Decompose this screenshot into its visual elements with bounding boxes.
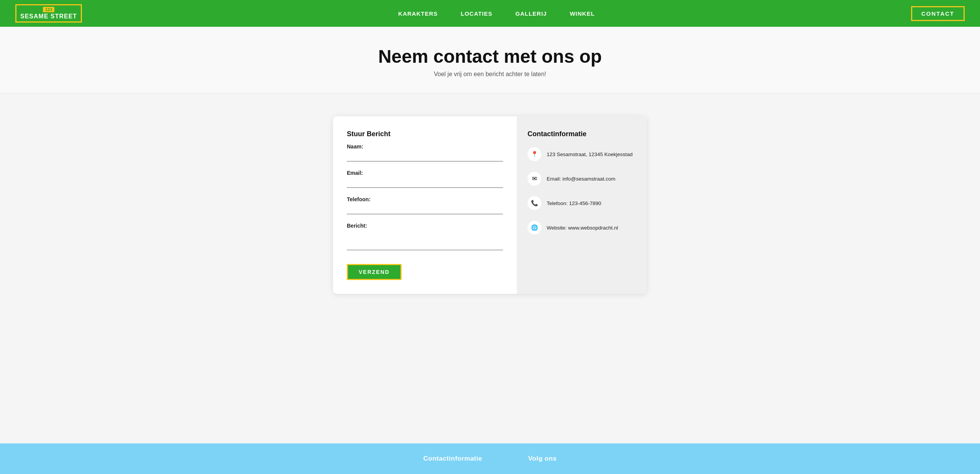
form-panel: Stuur Bericht Naam: Email: Telefoon: Ber… [333,116,517,294]
page-title: Neem contact met ons op [8,46,972,67]
main-content: Stuur Bericht Naam: Email: Telefoon: Ber… [0,93,980,443]
logo[interactable]: 123 SESAME STREET [15,4,82,23]
bericht-input[interactable] [347,231,503,250]
phone-item: 📞 Telefoon: 123-456-7890 [528,196,636,210]
naam-label: Naam: [347,143,503,150]
naam-group: Naam: [347,143,503,161]
info-heading: Contactinformatie [528,130,636,138]
email-item: ✉ Email: info@sesamstraat.com [528,172,636,186]
contact-card: Stuur Bericht Naam: Email: Telefoon: Ber… [333,116,647,294]
nav-gallerij[interactable]: GALLERIJ [515,10,547,17]
website-item: 🌐 Website: www.websopdracht.nl [528,221,636,235]
send-button[interactable]: VERZEND [347,264,402,280]
hero-section: Neem contact met ons op Voel je vrij om … [0,27,980,93]
info-panel: Contactinformatie 📍 123 Sesamstraat, 123… [517,116,647,294]
email-group: Email: [347,170,503,188]
website-text: Website: www.websopdracht.nl [547,225,618,231]
email-icon: ✉ [528,172,541,186]
phone-icon: 📞 [528,196,541,210]
phone-text: Telefoon: 123-456-7890 [547,200,601,206]
address-item: 📍 123 Sesamstraat, 12345 Koekjesstad [528,147,636,161]
main-nav: KARAKTERS LOCATIES GALLERIJ WINKEL [398,10,595,17]
telefoon-input[interactable] [347,205,503,214]
globe-icon: 🌐 [528,221,541,235]
email-label: Email: [347,170,503,176]
telefoon-label: Telefoon: [347,196,503,202]
footer: Contactinformatie Volg ons [0,443,980,474]
logo-text: SESAME STREET [20,13,77,20]
email-input[interactable] [347,178,503,188]
nav-locaties[interactable]: LOCATIES [461,10,493,17]
contact-button[interactable]: CONTACT [911,6,965,21]
location-icon: 📍 [528,147,541,161]
footer-col1-heading: Contactinformatie [423,455,482,463]
page-subtitle: Voel je vrij om een bericht achter te la… [8,71,972,78]
nav-winkel[interactable]: WINKEL [570,10,595,17]
email-text: Email: info@sesamstraat.com [547,176,616,182]
naam-input[interactable] [347,152,503,161]
telefoon-group: Telefoon: [347,196,503,214]
footer-col2-heading: Volg ons [528,455,557,463]
bericht-label: Bericht: [347,223,503,229]
header: 123 SESAME STREET KARAKTERS LOCATIES GAL… [0,0,980,27]
bericht-group: Bericht: [347,223,503,252]
form-heading: Stuur Bericht [347,130,503,138]
address-text: 123 Sesamstraat, 12345 Koekjesstad [547,151,632,157]
logo-number: 123 [43,7,54,12]
nav-karakters[interactable]: KARAKTERS [398,10,438,17]
